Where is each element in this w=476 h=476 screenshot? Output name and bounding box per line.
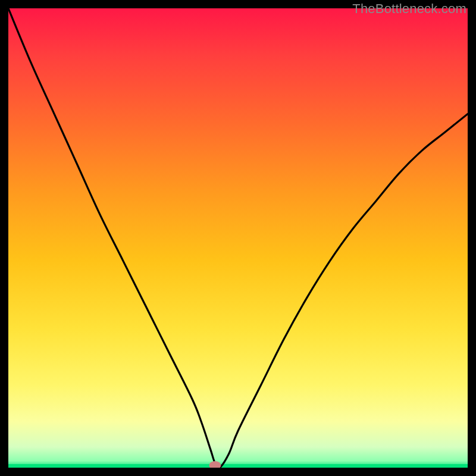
baseline-band — [8, 464, 468, 468]
chart-frame: TheBottleneck.com — [0, 0, 476, 476]
chart-svg — [8, 8, 468, 468]
gradient-background — [8, 8, 468, 468]
plot-area — [8, 8, 468, 468]
